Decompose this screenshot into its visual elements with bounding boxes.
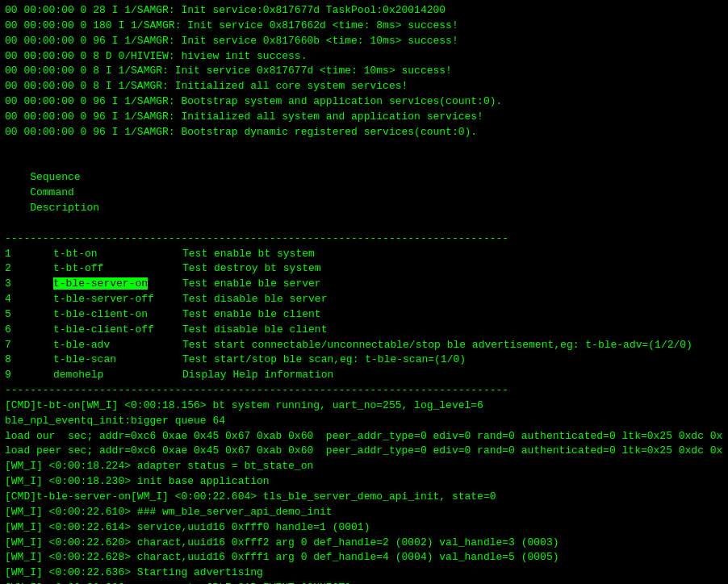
output-line: load our sec; addr=0xc6 0xae 0x45 0x67 0…: [5, 429, 723, 444]
row-description: Test enable ble server: [182, 277, 321, 292]
command-output: [CMD]t-bt-on[WM_I] <0:00:18.156> bt syst…: [5, 398, 723, 584]
row-command: demohelp: [53, 368, 182, 383]
output-line: ble_npl_eventq_init:bigger queue 64: [5, 414, 723, 429]
table-row: 8t-ble-scanTest start/stop ble scan,eg: …: [5, 352, 723, 368]
table-row: 9demohelpDisplay Help information: [5, 368, 723, 383]
table-header: Sequence Command Description: [5, 155, 723, 231]
output-line: [WM_I] <0:00:22.628> charact,uuid16 0xff…: [5, 550, 723, 565]
row-sequence: 4: [5, 292, 53, 307]
row-description: Display Help information: [182, 368, 333, 383]
boot-line: 00 00:00:00 0 8 D 0/HIVIEW: hiview init …: [5, 49, 723, 65]
row-description: Test disable ble client: [182, 323, 327, 338]
row-sequence: 5: [5, 307, 53, 323]
row-command: t-bt-off: [53, 261, 182, 277]
table-row: 4t-ble-server-offTest disable ble server: [5, 292, 723, 307]
header-command: Command: [30, 186, 159, 201]
boot-line: 00 00:00:00 0 96 I 1/SAMGR: Bootstrap dy…: [5, 125, 723, 140]
table-row: 7t-ble-advTest start connectable/unconne…: [5, 338, 723, 353]
boot-line: 00 00:00:00 0 180 I 1/SAMGR: Init servic…: [5, 19, 723, 34]
table-row: 6t-ble-client-offTest disable ble client: [5, 323, 723, 338]
table-row: 5t-ble-client-onTest enable ble client: [5, 307, 723, 323]
boot-output: 00 00:00:00 0 28 I 1/SAMGR: Init service…: [5, 3, 723, 140]
boot-line: 00 00:00:00 0 28 I 1/SAMGR: Init service…: [5, 3, 723, 19]
table-row: 1t-bt-onTest enable bt system: [5, 247, 723, 262]
highlighted-command: t-ble-server-on: [53, 277, 148, 290]
boot-line: 00 00:00:00 0 8 I 1/SAMGR: Initialized a…: [5, 79, 723, 94]
output-line: [WM_I] <0:00:18.230> init base applicati…: [5, 474, 723, 490]
row-description: Test enable bt system: [182, 247, 315, 262]
output-line: [WM_I] <0:00:18.224> adapter status = bt…: [5, 459, 723, 474]
row-description: Test destroy bt system: [182, 261, 321, 277]
row-command: t-ble-client-on: [53, 307, 182, 323]
output-line: [WM_I] <0:00:22.620> charact,uuid16 0xff…: [5, 536, 723, 551]
table-row: 3t-ble-server-onTest enable ble server: [5, 277, 723, 292]
row-description: Test start connectable/unconnectable/sto…: [182, 338, 692, 353]
output-line: [WM_I] <0:00:22.636> Starting advertisin…: [5, 565, 723, 581]
boot-line: 00 00:00:00 0 96 I 1/SAMGR: Bootstrap sy…: [5, 94, 723, 110]
row-command: t-ble-scan: [53, 352, 182, 368]
terminal: 00 00:00:00 0 28 I 1/SAMGR: Init service…: [5, 3, 723, 584]
row-sequence: 2: [5, 261, 53, 277]
boot-line: 00 00:00:00 0 96 I 1/SAMGR: Initialized …: [5, 110, 723, 125]
row-command: t-ble-adv: [53, 338, 182, 353]
output-line: [WM_I] <0:00:22.610> ### wm_ble_server_a…: [5, 505, 723, 520]
separator-top: ----------------------------------------…: [5, 232, 723, 247]
row-command: t-ble-client-off: [53, 323, 182, 338]
row-command: t-ble-server-off: [53, 292, 182, 307]
header-sequence: Sequence: [30, 170, 78, 186]
empty-line-1: [5, 140, 723, 156]
output-line: [CMD]t-ble-server-on[WM_I] <0:00:22.604>…: [5, 490, 723, 505]
boot-line: 00 00:00:00 0 96 I 1/SAMGR: Init service…: [5, 34, 723, 49]
row-sequence: 6: [5, 323, 53, 338]
output-line: [CMD]t-bt-on[WM_I] <0:00:18.156> bt syst…: [5, 398, 723, 414]
output-line: [WM_I] <0:00:30.386> gap_event, [BLE_GAP…: [5, 581, 723, 584]
row-sequence: 3: [5, 277, 53, 292]
separator-bottom: ----------------------------------------…: [5, 383, 723, 398]
row-sequence: 1: [5, 247, 53, 262]
row-description: Test enable ble client: [182, 307, 321, 323]
output-line: [WM_I] <0:00:22.614> service,uuid16 0xff…: [5, 520, 723, 536]
row-sequence: 9: [5, 368, 53, 383]
command-table: 1t-bt-onTest enable bt system2t-bt-offTe…: [5, 247, 723, 384]
row-sequence: 7: [5, 338, 53, 353]
row-sequence: 8: [5, 352, 53, 368]
row-description: Test start/stop ble scan,eg: t-ble-scan=…: [182, 352, 466, 368]
table-row: 2t-bt-offTest destroy bt system: [5, 261, 723, 277]
output-line: load peer sec; addr=0xc6 0xae 0x45 0x67 …: [5, 444, 723, 459]
boot-line: 00 00:00:00 0 8 I 1/SAMGR: Init service …: [5, 64, 723, 79]
row-description: Test disable ble server: [182, 292, 327, 307]
row-command: t-ble-server-on: [53, 277, 182, 292]
header-description: Description: [30, 201, 99, 216]
row-command: t-bt-on: [53, 247, 182, 262]
